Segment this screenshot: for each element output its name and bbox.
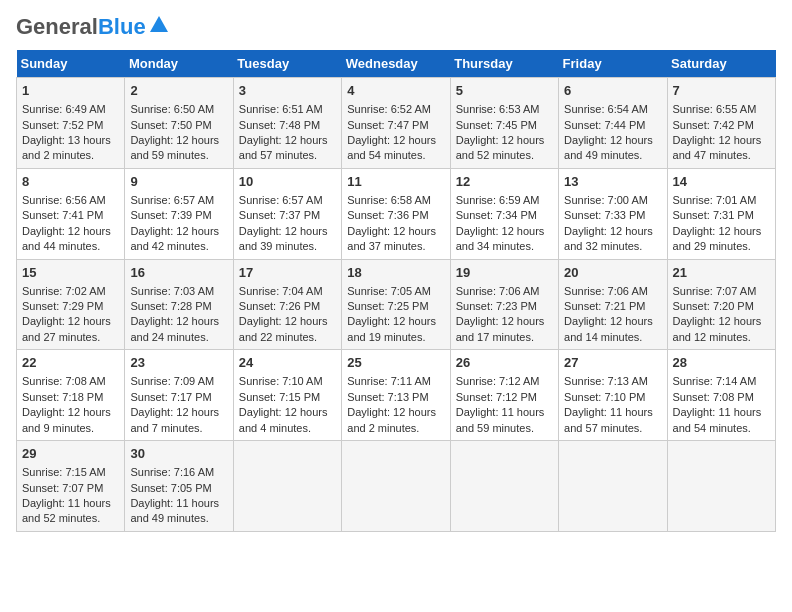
col-tuesday: Tuesday [233, 50, 341, 78]
day-number: 27 [564, 354, 661, 372]
sunset: Sunset: 7:48 PM [239, 119, 320, 131]
calendar-cell: 14Sunrise: 7:01 AMSunset: 7:31 PMDayligh… [667, 168, 775, 259]
calendar-cell: 11Sunrise: 6:58 AMSunset: 7:36 PMDayligh… [342, 168, 450, 259]
sunrise: Sunrise: 6:55 AM [673, 103, 757, 115]
day-number: 8 [22, 173, 119, 191]
day-number: 25 [347, 354, 444, 372]
daylight: Daylight: 12 hours and 44 minutes. [22, 225, 111, 252]
sunset: Sunset: 7:45 PM [456, 119, 537, 131]
calendar-cell [342, 441, 450, 532]
calendar-cell: 18Sunrise: 7:05 AMSunset: 7:25 PMDayligh… [342, 259, 450, 350]
sunset: Sunset: 7:36 PM [347, 209, 428, 221]
daylight: Daylight: 12 hours and 42 minutes. [130, 225, 219, 252]
logo: GeneralBlue [16, 16, 170, 38]
calendar-row: 1Sunrise: 6:49 AMSunset: 7:52 PMDaylight… [17, 78, 776, 169]
sunrise: Sunrise: 7:06 AM [564, 285, 648, 297]
calendar-cell: 2Sunrise: 6:50 AMSunset: 7:50 PMDaylight… [125, 78, 233, 169]
calendar-table: Sunday Monday Tuesday Wednesday Thursday… [16, 50, 776, 532]
calendar-row: 15Sunrise: 7:02 AMSunset: 7:29 PMDayligh… [17, 259, 776, 350]
day-number: 16 [130, 264, 227, 282]
day-number: 4 [347, 82, 444, 100]
col-friday: Friday [559, 50, 667, 78]
calendar-cell [233, 441, 341, 532]
day-number: 29 [22, 445, 119, 463]
calendar-row: 8Sunrise: 6:56 AMSunset: 7:41 PMDaylight… [17, 168, 776, 259]
calendar-cell: 19Sunrise: 7:06 AMSunset: 7:23 PMDayligh… [450, 259, 558, 350]
sunrise: Sunrise: 6:49 AM [22, 103, 106, 115]
calendar-cell [559, 441, 667, 532]
sunset: Sunset: 7:28 PM [130, 300, 211, 312]
sunrise: Sunrise: 6:50 AM [130, 103, 214, 115]
sunset: Sunset: 7:33 PM [564, 209, 645, 221]
sunset: Sunset: 7:13 PM [347, 391, 428, 403]
sunrise: Sunrise: 7:01 AM [673, 194, 757, 206]
day-number: 14 [673, 173, 770, 191]
sunset: Sunset: 7:05 PM [130, 482, 211, 494]
sunrise: Sunrise: 7:13 AM [564, 375, 648, 387]
day-number: 22 [22, 354, 119, 372]
sunset: Sunset: 7:29 PM [22, 300, 103, 312]
sunrise: Sunrise: 7:02 AM [22, 285, 106, 297]
day-number: 12 [456, 173, 553, 191]
sunrise: Sunrise: 7:00 AM [564, 194, 648, 206]
calendar-cell: 23Sunrise: 7:09 AMSunset: 7:17 PMDayligh… [125, 350, 233, 441]
daylight: Daylight: 12 hours and 2 minutes. [347, 406, 436, 433]
day-number: 7 [673, 82, 770, 100]
daylight: Daylight: 12 hours and 49 minutes. [564, 134, 653, 161]
calendar-row: 29Sunrise: 7:15 AMSunset: 7:07 PMDayligh… [17, 441, 776, 532]
sunrise: Sunrise: 6:54 AM [564, 103, 648, 115]
sunset: Sunset: 7:39 PM [130, 209, 211, 221]
daylight: Daylight: 11 hours and 49 minutes. [130, 497, 219, 524]
daylight: Daylight: 12 hours and 47 minutes. [673, 134, 762, 161]
calendar-cell: 13Sunrise: 7:00 AMSunset: 7:33 PMDayligh… [559, 168, 667, 259]
daylight: Daylight: 12 hours and 54 minutes. [347, 134, 436, 161]
calendar-cell: 15Sunrise: 7:02 AMSunset: 7:29 PMDayligh… [17, 259, 125, 350]
day-number: 17 [239, 264, 336, 282]
calendar-cell: 16Sunrise: 7:03 AMSunset: 7:28 PMDayligh… [125, 259, 233, 350]
logo-blue-text: Blue [98, 14, 146, 39]
sunset: Sunset: 7:37 PM [239, 209, 320, 221]
day-number: 26 [456, 354, 553, 372]
calendar-cell [667, 441, 775, 532]
calendar-cell: 8Sunrise: 6:56 AMSunset: 7:41 PMDaylight… [17, 168, 125, 259]
calendar-cell: 9Sunrise: 6:57 AMSunset: 7:39 PMDaylight… [125, 168, 233, 259]
day-number: 6 [564, 82, 661, 100]
calendar-cell: 12Sunrise: 6:59 AMSunset: 7:34 PMDayligh… [450, 168, 558, 259]
day-number: 9 [130, 173, 227, 191]
sunrise: Sunrise: 7:16 AM [130, 466, 214, 478]
daylight: Daylight: 12 hours and 39 minutes. [239, 225, 328, 252]
sunrise: Sunrise: 7:07 AM [673, 285, 757, 297]
sunrise: Sunrise: 7:12 AM [456, 375, 540, 387]
calendar-cell: 5Sunrise: 6:53 AMSunset: 7:45 PMDaylight… [450, 78, 558, 169]
day-number: 21 [673, 264, 770, 282]
sunset: Sunset: 7:21 PM [564, 300, 645, 312]
col-sunday: Sunday [17, 50, 125, 78]
daylight: Daylight: 12 hours and 19 minutes. [347, 315, 436, 342]
daylight: Daylight: 12 hours and 12 minutes. [673, 315, 762, 342]
sunset: Sunset: 7:07 PM [22, 482, 103, 494]
day-number: 5 [456, 82, 553, 100]
daylight: Daylight: 12 hours and 34 minutes. [456, 225, 545, 252]
calendar-row: 22Sunrise: 7:08 AMSunset: 7:18 PMDayligh… [17, 350, 776, 441]
sunrise: Sunrise: 7:09 AM [130, 375, 214, 387]
sunset: Sunset: 7:18 PM [22, 391, 103, 403]
sunset: Sunset: 7:50 PM [130, 119, 211, 131]
sunrise: Sunrise: 6:59 AM [456, 194, 540, 206]
day-number: 30 [130, 445, 227, 463]
sunset: Sunset: 7:15 PM [239, 391, 320, 403]
sunrise: Sunrise: 6:53 AM [456, 103, 540, 115]
sunrise: Sunrise: 6:56 AM [22, 194, 106, 206]
sunset: Sunset: 7:23 PM [456, 300, 537, 312]
sunset: Sunset: 7:17 PM [130, 391, 211, 403]
daylight: Daylight: 11 hours and 52 minutes. [22, 497, 111, 524]
daylight: Daylight: 13 hours and 2 minutes. [22, 134, 111, 161]
calendar-cell: 22Sunrise: 7:08 AMSunset: 7:18 PMDayligh… [17, 350, 125, 441]
sunrise: Sunrise: 7:06 AM [456, 285, 540, 297]
sunrise: Sunrise: 7:15 AM [22, 466, 106, 478]
page-header: GeneralBlue [16, 16, 776, 38]
day-number: 15 [22, 264, 119, 282]
daylight: Daylight: 12 hours and 17 minutes. [456, 315, 545, 342]
daylight: Daylight: 12 hours and 37 minutes. [347, 225, 436, 252]
calendar-cell: 7Sunrise: 6:55 AMSunset: 7:42 PMDaylight… [667, 78, 775, 169]
calendar-cell: 17Sunrise: 7:04 AMSunset: 7:26 PMDayligh… [233, 259, 341, 350]
